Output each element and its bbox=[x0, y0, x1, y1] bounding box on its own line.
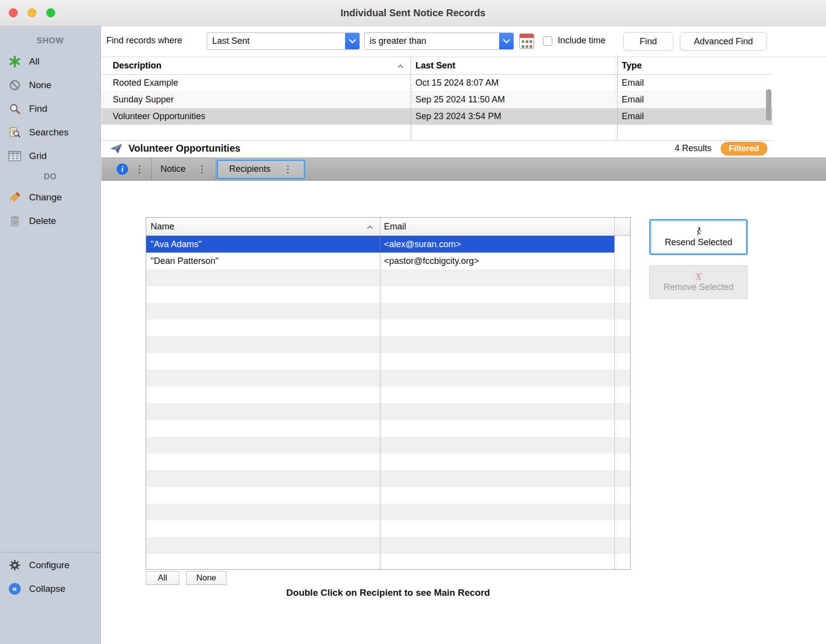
record-row-empty bbox=[101, 125, 772, 141]
record-row-rooted-example[interactable]: Rooted Example Oct 15 2024 8:07 AM Email bbox=[101, 75, 772, 92]
trash-icon bbox=[8, 215, 21, 227]
results-count: 4 Results bbox=[675, 143, 712, 154]
pencil-icon bbox=[8, 192, 21, 203]
sort-ascending-icon bbox=[397, 61, 404, 71]
name-column-header[interactable]: Name bbox=[151, 222, 174, 232]
tab-notice[interactable]: Notice ⋮ bbox=[152, 158, 216, 180]
recipient-empty-row[interactable] bbox=[146, 520, 630, 537]
sidebar-item-configure-label: Configure bbox=[29, 560, 69, 571]
sidebar-do-header: DO bbox=[0, 168, 100, 186]
detail-header: Volunteer Opportunities 4 Results Filter… bbox=[101, 139, 772, 158]
sidebar-item-none-label: None bbox=[29, 80, 51, 91]
include-time-checkbox[interactable] bbox=[543, 36, 552, 46]
title-bar: Individual Sent Notice Records bbox=[0, 0, 826, 26]
sidebar-item-collapse-label: Collapse bbox=[29, 583, 65, 594]
recipient-empty-row[interactable] bbox=[146, 437, 630, 453]
record-row-volunteer-opportunities-selected[interactable]: Volunteer Opportunities Sep 23 2024 3:54… bbox=[101, 108, 772, 125]
field-select[interactable]: Last Sent bbox=[207, 32, 360, 50]
sidebar-item-delete-label: Delete bbox=[29, 216, 56, 226]
detail-title: Volunteer Opportunities bbox=[128, 143, 240, 154]
asterisk-icon bbox=[8, 55, 21, 68]
recipient-empty-row[interactable] bbox=[146, 554, 630, 570]
resend-selected-label: Resend Selected bbox=[665, 237, 732, 248]
records-scrollbar-thumb[interactable] bbox=[766, 89, 771, 121]
sidebar-item-searches[interactable]: Searches bbox=[0, 121, 100, 144]
recipient-empty-row[interactable] bbox=[146, 487, 630, 504]
resend-selected-button[interactable]: Resend Selected bbox=[651, 221, 746, 253]
description-column-header[interactable]: Description bbox=[113, 61, 161, 71]
recipient-empty-row[interactable] bbox=[146, 370, 630, 386]
recipient-empty-row[interactable] bbox=[146, 336, 630, 353]
column-divider bbox=[411, 57, 411, 139]
collapse-icon: « bbox=[8, 583, 21, 595]
sort-ascending-icon bbox=[367, 222, 373, 232]
info-menu-dots-icon[interactable]: ⋮ bbox=[135, 164, 144, 174]
sidebar-item-configure[interactable]: Configure bbox=[0, 553, 100, 577]
close-window-button[interactable] bbox=[9, 8, 18, 17]
sidebar-show-header: SHOW bbox=[0, 32, 100, 50]
recipient-empty-row[interactable] bbox=[146, 320, 630, 336]
tab-bar: i ⋮ Notice ⋮ Recipients ⋮ bbox=[101, 158, 826, 181]
tab-notice-label: Notice bbox=[160, 164, 186, 174]
select-all-button[interactable]: All bbox=[146, 571, 179, 585]
recipient-row-dean-patterson[interactable]: "Dean Patterson" <pastor@fccbigcity.org> bbox=[146, 253, 630, 269]
type-column-header[interactable]: Type bbox=[617, 61, 772, 71]
column-divider bbox=[617, 57, 618, 139]
footer-hint: Double Click on Recipient to see Main Re… bbox=[146, 587, 631, 598]
sidebar: SHOW All None Find Searches bbox=[0, 26, 101, 644]
last-sent-column-header[interactable]: Last Sent bbox=[411, 61, 617, 71]
recipient-row-ava-adams[interactable]: "Ava Adams" <alex@suran.com> bbox=[146, 236, 630, 253]
runner-icon bbox=[695, 227, 703, 237]
gear-icon bbox=[8, 559, 21, 571]
notice-menu-dots-icon[interactable]: ⋮ bbox=[197, 164, 207, 174]
recipient-empty-row[interactable] bbox=[146, 403, 630, 420]
sidebar-item-none[interactable]: None bbox=[0, 73, 100, 97]
calendar-icon[interactable] bbox=[519, 33, 534, 49]
sidebar-item-grid[interactable]: Grid bbox=[0, 144, 100, 168]
tab-recipients-label: Recipients bbox=[229, 164, 270, 174]
resend-selected-highlight: Resend Selected bbox=[649, 219, 748, 255]
field-select-value: Last Sent bbox=[207, 36, 345, 46]
select-none-button[interactable]: None bbox=[186, 571, 226, 585]
tab-recipients[interactable]: Recipients ⋮ bbox=[217, 160, 305, 179]
sidebar-item-delete[interactable]: Delete bbox=[0, 209, 100, 233]
recipient-empty-row[interactable] bbox=[146, 353, 630, 370]
include-time-label: Include time bbox=[558, 35, 605, 46]
sidebar-item-find[interactable]: Find bbox=[0, 97, 100, 121]
sidebar-item-find-label: Find bbox=[29, 103, 47, 114]
operator-select[interactable]: is greater than bbox=[364, 32, 514, 50]
recipients-table: Name Email "Ava Adams" <alex@suran.com> … bbox=[146, 217, 631, 570]
search-document-icon bbox=[8, 127, 21, 138]
minimize-window-button[interactable] bbox=[28, 8, 36, 17]
window-title: Individual Sent Notice Records bbox=[0, 0, 826, 26]
sidebar-item-collapse[interactable]: « Collapse bbox=[0, 577, 100, 601]
sent-notices-table: Description Last Sent Type Rooted Exampl… bbox=[101, 57, 772, 139]
remove-selected-button[interactable]: X Remove Selected bbox=[649, 265, 748, 299]
email-column-header[interactable]: Email bbox=[380, 218, 614, 235]
recipients-menu-dots-icon[interactable]: ⋮ bbox=[284, 164, 293, 174]
recipient-empty-row[interactable] bbox=[146, 470, 630, 487]
recipient-empty-row[interactable] bbox=[146, 504, 630, 520]
sidebar-item-all[interactable]: All bbox=[0, 50, 100, 73]
recipients-header-row: Name Email bbox=[146, 218, 630, 236]
recipient-empty-row[interactable] bbox=[146, 453, 630, 470]
find-button[interactable]: Find bbox=[623, 32, 673, 51]
record-row-sunday-supper[interactable]: Sunday Supper Sep 25 2024 11:50 AM Email bbox=[101, 92, 772, 108]
sidebar-item-change[interactable]: Change bbox=[0, 186, 100, 209]
recipient-empty-row[interactable] bbox=[146, 303, 630, 320]
records-scrollbar[interactable] bbox=[764, 74, 772, 139]
info-icon[interactable]: i bbox=[117, 163, 128, 175]
recipient-empty-row[interactable] bbox=[146, 286, 630, 303]
recipients-panel: Name Email "Ava Adams" <alex@suran.com> … bbox=[101, 181, 826, 644]
app-window: Individual Sent Notice Records SHOW All … bbox=[0, 0, 826, 644]
operator-select-value: is greater than bbox=[365, 36, 499, 46]
recipient-empty-row[interactable] bbox=[146, 537, 630, 554]
recipient-empty-row[interactable] bbox=[146, 386, 630, 403]
tab-separator bbox=[216, 158, 216, 180]
sidebar-item-grid-label: Grid bbox=[29, 151, 47, 161]
main-area: Find records where Last Sent is greater … bbox=[101, 26, 826, 644]
fullscreen-window-button[interactable] bbox=[46, 8, 55, 17]
recipient-empty-row[interactable] bbox=[146, 420, 630, 437]
advanced-find-button[interactable]: Advanced Find bbox=[680, 32, 767, 51]
recipient-empty-row[interactable] bbox=[146, 269, 630, 286]
